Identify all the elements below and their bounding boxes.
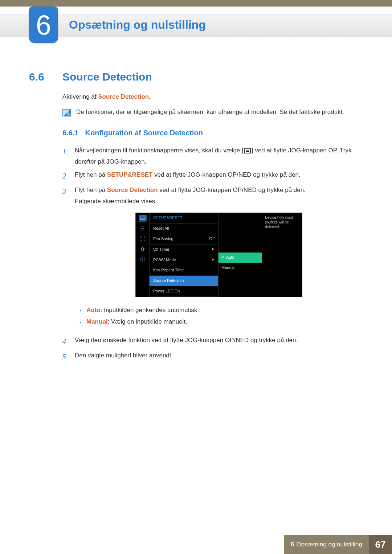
step-2-pre: Flyt hen på bbox=[75, 171, 107, 178]
intro-prefix: Aktivering af bbox=[62, 93, 98, 100]
menu-icon bbox=[244, 148, 251, 153]
step-body: Flyt hen på SETUP&RESET ved at flytte JO… bbox=[75, 169, 363, 182]
step-number: 2 bbox=[62, 169, 69, 182]
step-body: Vælg den ønskede funktion ved at flytte … bbox=[75, 335, 363, 348]
step-body: Den valgte mulighed bliver anvendt. bbox=[75, 350, 363, 363]
step-1: 1 Når vejledningen til funktionsknappern… bbox=[62, 145, 363, 167]
osd-item-reset: Reset All bbox=[150, 223, 218, 234]
option-bullets: Auto: Inputkilden genkendes automatisk. … bbox=[80, 304, 363, 328]
chapter-number: 6 bbox=[36, 9, 51, 41]
intro-text: Aktivering af Source Detection. bbox=[62, 93, 363, 100]
step-body: Når vejledningen til funktionsknapperne … bbox=[75, 145, 363, 167]
section-number: 6.6 bbox=[29, 71, 54, 83]
step-3-kw: Source Detection bbox=[107, 186, 158, 193]
section-title: Source Detection bbox=[62, 71, 152, 83]
step-2-kw: SETUP&RESET bbox=[107, 171, 153, 178]
chapter-number-badge: 6 bbox=[29, 7, 58, 43]
osd-menu: SETUP&RESET Reset All Eco SavingOff Off … bbox=[150, 213, 219, 296]
step-number: 5 bbox=[62, 350, 69, 363]
note-icon bbox=[62, 109, 71, 116]
step-3: 3 Flyt hen på Source Detection ved at fl… bbox=[62, 185, 363, 333]
osd-option-auto: ✔Auto bbox=[219, 253, 262, 263]
step-2: 2 Flyt hen på SETUP&RESET ved at flytte … bbox=[62, 169, 363, 182]
check-icon: ✔ bbox=[221, 254, 225, 261]
footer-label: 6 Opsætning og nulstilling bbox=[284, 535, 369, 554]
bullet-manual: Manual: Vælg en inputkilde manuelt. bbox=[80, 316, 363, 328]
chevron-right-icon: ▶ bbox=[212, 246, 215, 253]
osd-submenu: ✔Auto Manual bbox=[219, 213, 262, 296]
intro-suffix: . bbox=[149, 93, 151, 100]
step-3-extra: Følgende skærmbillede vises. bbox=[75, 198, 157, 205]
monitor-icon: ▭ bbox=[139, 215, 147, 222]
bullet-auto-kw: Auto bbox=[86, 307, 101, 313]
info-icon: ⓘ bbox=[139, 256, 147, 262]
footer-chapter-prefix: 6 bbox=[291, 541, 294, 548]
bullet-auto: Auto: Inputkilden genkendes automatisk. bbox=[80, 304, 363, 316]
list-icon: ☰ bbox=[139, 225, 147, 232]
gear-icon: ✿ bbox=[139, 246, 147, 252]
step-body: Flyt hen på Source Detection ved at flyt… bbox=[75, 185, 363, 333]
page-content: 6.6 Source Detection Aktivering af Sourc… bbox=[29, 71, 363, 365]
note-row: De funktioner, der er tilgængelige på sk… bbox=[62, 108, 363, 116]
step-5: 5 Den valgte mulighed bliver anvendt. bbox=[62, 350, 363, 363]
step-2-post: ved at flytte JOG-knappen OP/NED og tryk… bbox=[152, 171, 300, 178]
subsection-title: Konfiguration af Source Detection bbox=[85, 129, 203, 137]
osd-description: Decide how input sources will be detecte… bbox=[262, 213, 302, 296]
chapter-title: Opsætning og nulstilling bbox=[69, 18, 206, 32]
step-number: 1 bbox=[62, 145, 69, 167]
footer-chapter-title: Opsætning og nulstilling bbox=[297, 541, 362, 548]
page-footer: 6 Opsætning og nulstilling 67 bbox=[0, 535, 392, 554]
step-3-post: ved at flytte JOG-knappen OP/NED og tryk… bbox=[158, 186, 306, 193]
bullet-auto-text: : Inputkilden genkendes automatisk. bbox=[101, 307, 199, 313]
osd-screenshot: ▭ ☰ ⛶ ✿ ⓘ SETUP&RESET Reset All Eco bbox=[75, 213, 363, 297]
section-heading: 6.6 Source Detection bbox=[29, 71, 363, 83]
subsection-number: 6.6.1 bbox=[62, 129, 78, 137]
osd-option-manual: Manual bbox=[219, 263, 262, 273]
step-4: 4 Vælg den ønskede funktion ved at flytt… bbox=[62, 335, 363, 348]
bullet-manual-text: : Vælg en inputkilde manuelt. bbox=[108, 318, 187, 325]
osd-item-source-detection: Source Detection bbox=[150, 276, 218, 286]
chevron-right-icon: ▶ bbox=[212, 257, 215, 264]
bullet-manual-kw: Manual bbox=[86, 318, 108, 325]
footer-page-number: 67 bbox=[369, 535, 392, 554]
osd-item-eco: Eco SavingOff bbox=[150, 234, 218, 245]
step-list: 1 Når vejledningen til funktionsknappern… bbox=[62, 145, 363, 363]
note-text: De funktioner, der er tilgængelige på sk… bbox=[76, 108, 344, 116]
osd-main: SETUP&RESET Reset All Eco SavingOff Off … bbox=[150, 213, 302, 296]
osd-header: SETUP&RESET bbox=[150, 213, 218, 223]
osd-item-pcav: PC/AV Mode▶ bbox=[150, 255, 218, 266]
step-3-pre: Flyt hen på bbox=[75, 186, 107, 193]
section-body: Aktivering af Source Detection. De funkt… bbox=[62, 93, 363, 363]
osd-item-power-led: Power LED On bbox=[150, 286, 218, 297]
resize-icon: ⛶ bbox=[139, 235, 147, 242]
osd-item-off-timer: Off Timer▶ bbox=[150, 245, 218, 255]
intro-keyword: Source Detection bbox=[98, 93, 149, 100]
osd-item-key-repeat: Key Repeat Time bbox=[150, 265, 218, 276]
step-1-pre: Når vejledningen til funktionsknapperne … bbox=[75, 147, 244, 154]
osd-sidebar-icons: ▭ ☰ ⛶ ✿ ⓘ bbox=[136, 213, 150, 296]
osd-panel: ▭ ☰ ⛶ ✿ ⓘ SETUP&RESET Reset All Eco bbox=[135, 213, 302, 297]
osd-eco-value: Off bbox=[209, 235, 215, 243]
subsection-heading: 6.6.1 Konfiguration af Source Detection bbox=[62, 129, 363, 137]
top-accent-bar bbox=[0, 0, 392, 7]
step-number: 3 bbox=[62, 185, 69, 333]
step-number: 4 bbox=[62, 335, 69, 348]
